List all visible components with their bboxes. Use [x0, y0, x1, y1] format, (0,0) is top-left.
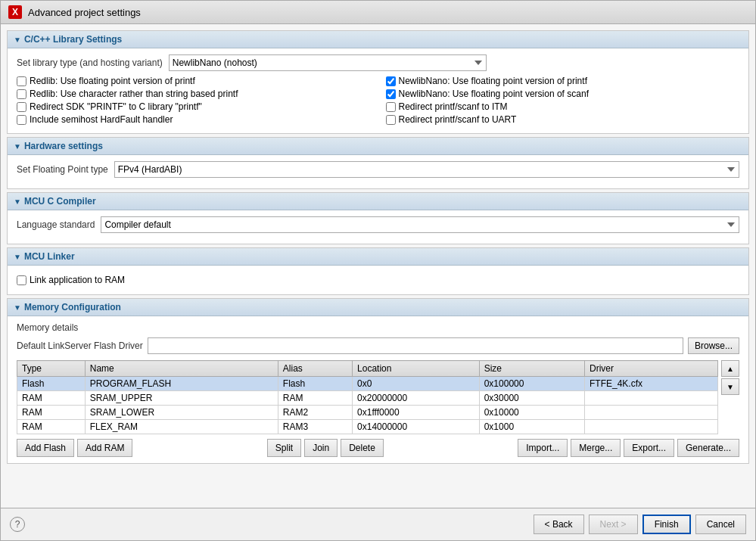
help-icon: ?: [15, 519, 20, 530]
checkbox-semihost-label: Include semihost HardFault handler: [30, 114, 173, 125]
delete-button[interactable]: Delete: [341, 439, 384, 457]
section-content-compiler: Language standard Compiler default C99 C…: [8, 210, 748, 244]
add-ram-button[interactable]: Add RAM: [77, 439, 132, 457]
add-flash-button[interactable]: Add Flash: [17, 439, 74, 457]
checkbox-redlib-char-label: Redlib: Use character rather than string…: [30, 89, 238, 99]
cell-size: 0x1000: [479, 420, 584, 434]
checkbox-semihost: Include semihost HardFault handler: [17, 114, 371, 125]
checkbox-newlibnano-printf-label: NewlibNano: Use floating point version o…: [399, 76, 587, 86]
table-header-row: Type Name Alias Location Size Driver: [17, 361, 718, 377]
link-to-ram-label: Link application to RAM: [30, 275, 125, 285]
section-header-compiler: ▼ MCU C Compiler: [8, 193, 748, 210]
checkbox-newlibnano-scanf: NewlibNano: Use floating point version o…: [386, 89, 740, 99]
cell-driver: [584, 391, 717, 406]
checkbox-redlib-char-input[interactable]: [17, 89, 26, 99]
export-button[interactable]: Export...: [624, 439, 674, 457]
checkbox-redlib-printf-input[interactable]: [17, 76, 26, 86]
cancel-button[interactable]: Cancel: [695, 515, 746, 534]
checkbox-redlib-printf-label: Redlib: Use floating point version of pr…: [30, 76, 195, 86]
cell-driver: [584, 420, 717, 434]
table-row[interactable]: RAM FLEX_RAM RAM3 0x14000000 0x1000: [17, 420, 718, 434]
split-button[interactable]: Split: [267, 439, 301, 457]
finish-button[interactable]: Finish: [642, 515, 691, 534]
checkbox-newlibnano-printf-input[interactable]: [386, 76, 396, 86]
checkbox-newlibnano-scanf-input[interactable]: [386, 89, 396, 99]
arrow-buttons: ▲ ▼: [721, 360, 739, 434]
memory-table: Type Name Alias Location Size Driver: [17, 360, 718, 434]
cell-type: Flash: [17, 377, 86, 391]
col-location: Location: [353, 361, 480, 377]
import-button[interactable]: Import...: [518, 439, 568, 457]
checkbox-newlibnano-scanf-label: NewlibNano: Use floating point version o…: [399, 89, 589, 99]
lang-select[interactable]: Compiler default C99 C11 GNU11: [101, 216, 739, 233]
section-header-cpp: ▼ C/C++ Library Settings: [8, 31, 748, 48]
checkbox-redirect-sdk-input[interactable]: [17, 102, 26, 112]
generate-button[interactable]: Generate...: [677, 439, 739, 457]
table-row[interactable]: RAM SRAM_LOWER RAM2 0x1fff0000 0x10000: [17, 406, 718, 420]
move-up-button[interactable]: ▲: [721, 360, 739, 377]
section-content-linker: Link application to RAM: [8, 266, 748, 294]
flash-driver-label: Default LinkServer Flash Driver: [17, 340, 143, 351]
move-down-button[interactable]: ▼: [721, 378, 739, 395]
col-name: Name: [85, 361, 278, 377]
cell-type: RAM: [17, 406, 86, 420]
flash-driver-input[interactable]: [148, 337, 683, 354]
cell-alias: Flash: [278, 377, 352, 391]
collapse-memory-icon: ▼: [14, 303, 21, 312]
fpu-select[interactable]: FPv4 (HardABI) FPv4 (SoftABI) None: [114, 161, 739, 178]
section-mcu-linker: ▼ MCU Linker Link application to RAM: [7, 247, 749, 295]
fpu-row: Set Floating Point type FPv4 (HardABI) F…: [17, 161, 739, 178]
back-button[interactable]: < Back: [534, 515, 584, 534]
section-header-memory: ▼ Memory Configuration: [8, 299, 748, 316]
cell-type: RAM: [17, 391, 86, 406]
cell-alias: RAM: [278, 391, 352, 406]
cell-name: SRAM_UPPER: [85, 391, 278, 406]
link-to-ram-checkbox[interactable]: [17, 275, 26, 285]
section-header-hardware: ▼ Hardware settings: [8, 138, 748, 155]
next-button[interactable]: Next >: [589, 515, 638, 534]
checkbox-redlib-printf: Redlib: Use floating point version of pr…: [17, 76, 371, 86]
section-content-cpp: Set library type (and hosting variant) N…: [8, 48, 748, 133]
checkboxes-grid: Redlib: Use floating point version of pr…: [17, 76, 739, 127]
col-alias: Alias: [278, 361, 352, 377]
checkbox-redirect-itm-input[interactable]: [386, 102, 396, 112]
table-row[interactable]: RAM SRAM_UPPER RAM 0x20000000 0x30000: [17, 391, 718, 406]
link-app-row: Link application to RAM: [17, 272, 739, 288]
join-button[interactable]: Join: [304, 439, 338, 457]
cell-location: 0x0: [353, 377, 480, 391]
content-area: ▼ C/C++ Library Settings Set library typ…: [1, 24, 755, 508]
collapse-linker-icon: ▼: [14, 253, 21, 261]
checkbox-redirect-itm-label: Redirect printf/scanf to ITM: [399, 101, 508, 112]
section-memory-config: ▼ Memory Configuration Memory details De…: [7, 298, 749, 464]
checkbox-redirect-uart-input[interactable]: [386, 115, 396, 125]
section-header-linker: ▼ MCU Linker: [8, 248, 748, 266]
section-cpp-library: ▼ C/C++ Library Settings Set library typ…: [7, 30, 749, 134]
help-button[interactable]: ?: [10, 517, 25, 532]
browse-button[interactable]: Browse...: [688, 337, 739, 354]
cell-alias: RAM2: [278, 406, 352, 420]
footer: ? < Back Next > Finish Cancel: [1, 508, 755, 540]
cell-location: 0x20000000: [353, 391, 480, 406]
cell-location: 0x14000000: [353, 420, 480, 434]
title-bar: X Advanced project settings: [1, 1, 755, 24]
section-title-linker: MCU Linker: [24, 251, 75, 262]
lang-row: Language standard Compiler default C99 C…: [17, 216, 739, 233]
section-mcu-compiler: ▼ MCU C Compiler Language standard Compi…: [7, 192, 749, 244]
cell-driver: [584, 406, 717, 420]
library-type-select[interactable]: NewlibNano (nohost) Newlib (nohost) Redl…: [169, 54, 487, 71]
collapse-compiler-icon: ▼: [14, 197, 21, 206]
cell-type: RAM: [17, 420, 86, 434]
checkbox-newlibnano-printf: NewlibNano: Use floating point version o…: [386, 76, 740, 86]
section-title-hardware: Hardware settings: [24, 141, 103, 151]
cell-size: 0x30000: [479, 391, 584, 406]
memory-table-body: Flash PROGRAM_FLASH Flash 0x0 0x100000 F…: [17, 377, 718, 434]
memory-table-container: Type Name Alias Location Size Driver: [17, 360, 739, 434]
table-row[interactable]: Flash PROGRAM_FLASH Flash 0x0 0x100000 F…: [17, 377, 718, 391]
checkbox-redlib-char: Redlib: Use character rather than string…: [17, 89, 371, 99]
checkbox-semihost-input[interactable]: [17, 115, 26, 125]
section-hardware: ▼ Hardware settings Set Floating Point t…: [7, 137, 749, 189]
dialog: X Advanced project settings ▼ C/C++ Libr…: [0, 0, 756, 541]
cell-location: 0x1fff0000: [353, 406, 480, 420]
merge-button[interactable]: Merge...: [571, 439, 621, 457]
library-type-row: Set library type (and hosting variant) N…: [17, 54, 739, 71]
